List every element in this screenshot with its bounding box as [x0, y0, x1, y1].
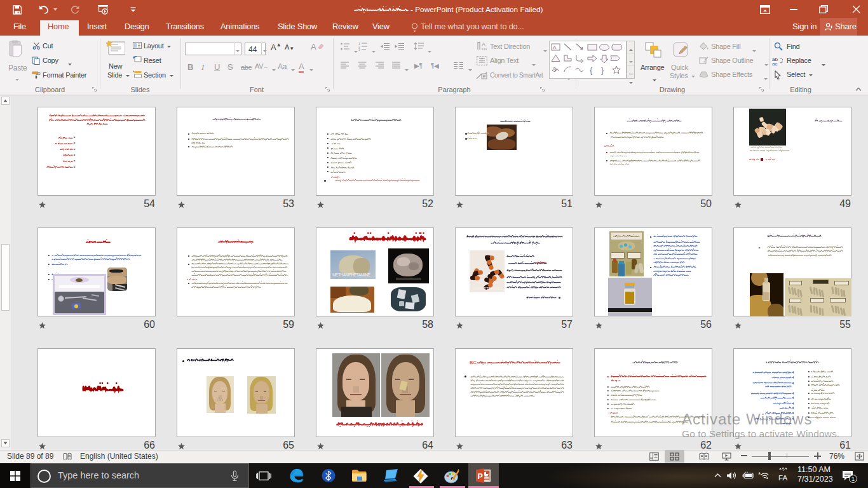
svg-text:ac: ac: [772, 61, 777, 65]
svg-text:A: A: [553, 44, 557, 50]
svg-text:{: {: [590, 65, 593, 75]
svg-text:}: }: [601, 65, 604, 75]
svg-text:3: 3: [358, 48, 360, 51]
svg-text:P: P: [478, 472, 483, 481]
svg-text:A: A: [482, 41, 485, 48]
